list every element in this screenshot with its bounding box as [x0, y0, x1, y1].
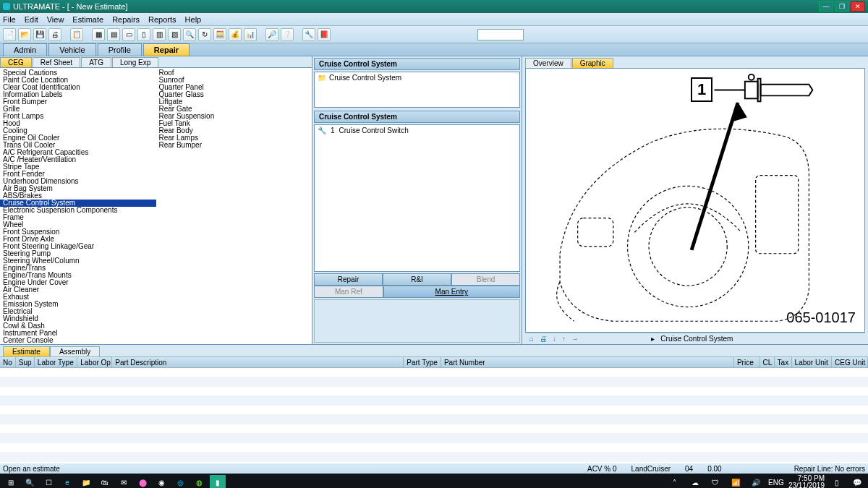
- menu-view[interactable]: View: [47, 15, 64, 24]
- parts-body: 🔧 1 Cruise Control Switch: [314, 124, 520, 272]
- menu-repairs[interactable]: Repairs: [112, 15, 140, 24]
- minimize-button[interactable]: —: [819, 1, 833, 12]
- subtab-atg[interactable]: ATG: [81, 57, 111, 67]
- home-icon[interactable]: ⌂: [529, 335, 534, 343]
- graphic-tab-overview[interactable]: Overview: [525, 58, 571, 68]
- new-icon[interactable]: 📄: [3, 28, 16, 41]
- tab-admin[interactable]: Admin: [3, 43, 47, 56]
- col-header[interactable]: Labor Type: [35, 357, 77, 367]
- col-header[interactable]: Labor Unit: [792, 357, 832, 367]
- col-header[interactable]: Part Description: [112, 357, 404, 367]
- col-header[interactable]: Labor Op: [77, 357, 112, 367]
- subtab-long-exp[interactable]: Long Exp: [112, 57, 158, 67]
- graphic-canvas: 1: [525, 68, 865, 333]
- edge-icon[interactable]: e: [59, 475, 75, 488]
- subtab-ceg[interactable]: CEG: [0, 57, 32, 67]
- tray-lang-icon[interactable]: ENG: [768, 475, 784, 488]
- ri-button[interactable]: R&I: [383, 273, 451, 286]
- parts-item[interactable]: Front Bumper: [0, 98, 156, 106]
- subtab-ref-sheet[interactable]: Ref Sheet: [33, 57, 80, 67]
- folder-row[interactable]: 📁 Cruise Control System: [318, 74, 516, 82]
- menu-file[interactable]: File: [3, 15, 16, 24]
- tray-up-icon[interactable]: ˄: [667, 475, 683, 488]
- menu-help[interactable]: Help: [185, 15, 202, 24]
- col-header[interactable]: Part Type: [404, 357, 441, 367]
- menu-edit[interactable]: Edit: [25, 15, 38, 24]
- mail-icon[interactable]: ✉: [116, 475, 132, 488]
- store-icon[interactable]: 🛍: [97, 475, 113, 488]
- print-icon[interactable]: 🖨: [48, 28, 61, 41]
- find-icon[interactable]: 🔎: [265, 28, 278, 41]
- clock[interactable]: 7:50 PM 23/11/2019: [788, 475, 825, 488]
- menu-reports[interactable]: Reports: [148, 15, 176, 24]
- col-header[interactable]: Price: [734, 357, 760, 367]
- report-icon[interactable]: 📊: [244, 28, 257, 41]
- graphic-tab-graphic[interactable]: Graphic: [572, 58, 613, 68]
- tray-wifi-icon[interactable]: 📶: [728, 475, 744, 488]
- print-icon[interactable]: 🖨: [540, 335, 547, 343]
- pdf-icon[interactable]: 📕: [318, 28, 331, 41]
- maximize-button[interactable]: ❐: [835, 1, 849, 12]
- notifications-icon[interactable]: 💬: [849, 475, 865, 488]
- layout3-icon[interactable]: ▥: [153, 28, 166, 41]
- wrench-icon[interactable]: 🔧: [302, 28, 315, 41]
- tab-repair[interactable]: Repair: [143, 43, 190, 56]
- estimate-tab-estimate[interactable]: Estimate: [3, 346, 50, 356]
- grid-row: [0, 396, 868, 406]
- help-icon[interactable]: ❔: [281, 28, 294, 41]
- layout1-icon[interactable]: ▭: [122, 28, 135, 41]
- col-header[interactable]: No: [0, 357, 16, 367]
- copy-icon[interactable]: 📋: [70, 28, 83, 41]
- app3-icon[interactable]: ◍: [191, 475, 207, 488]
- refresh-icon[interactable]: ↻: [198, 28, 211, 41]
- grid-row: [0, 443, 868, 453]
- col-header[interactable]: CEG Unit: [832, 357, 868, 367]
- part-name: Cruise Control Switch: [339, 127, 409, 134]
- col-header[interactable]: CL: [760, 357, 775, 367]
- save-icon[interactable]: 💾: [33, 28, 46, 41]
- money-icon[interactable]: 💰: [229, 28, 242, 41]
- estimate-grid-rows: [0, 368, 868, 463]
- tab-vehicle[interactable]: Vehicle: [48, 43, 95, 56]
- menu-estimate[interactable]: Estimate: [72, 15, 103, 24]
- open-icon[interactable]: 📂: [18, 28, 31, 41]
- col-header[interactable]: Sup: [16, 357, 35, 367]
- col-header[interactable]: Part Number: [441, 357, 734, 367]
- taskview-icon[interactable]: ☐: [41, 475, 56, 488]
- parts-item[interactable]: Rear Bumper: [156, 142, 312, 149]
- chrome-icon[interactable]: ◉: [153, 475, 169, 488]
- tray-cloud-icon[interactable]: ☁: [687, 475, 703, 488]
- layout4-icon[interactable]: ▧: [168, 28, 181, 41]
- explorer-icon[interactable]: 📁: [78, 475, 94, 488]
- tab-profile[interactable]: Profile: [98, 43, 142, 56]
- tray-volume-icon[interactable]: 🔊: [748, 475, 764, 488]
- nav-right-icon[interactable]: →: [571, 335, 579, 343]
- part-number: 1: [331, 127, 335, 134]
- part-row[interactable]: 🔧 1 Cruise Control Switch: [318, 127, 516, 134]
- nav-up-icon[interactable]: ↑: [562, 335, 566, 343]
- grid-row: [0, 387, 868, 396]
- close-button[interactable]: ✕: [851, 1, 865, 12]
- app2-icon[interactable]: ◎: [172, 475, 188, 488]
- nav-down-icon[interactable]: ↓: [553, 335, 556, 343]
- calc-icon[interactable]: 🧮: [213, 28, 226, 41]
- tray-shield-icon[interactable]: 🛡: [707, 475, 723, 488]
- app1-icon[interactable]: ⬤: [135, 475, 150, 488]
- zoom-icon[interactable]: 🔍: [183, 28, 196, 41]
- tray-chart-icon[interactable]: ▯: [829, 475, 845, 488]
- parts-item[interactable]: Front Lamps: [0, 113, 156, 120]
- app4-icon[interactable]: ▮: [210, 475, 226, 488]
- title-bar: ULTRAMATE - [ - New Estimate] — ❐ ✕: [0, 0, 868, 13]
- toolbar-search-input[interactable]: [477, 29, 524, 40]
- grid1-icon[interactable]: ▦: [92, 28, 105, 41]
- parts-item[interactable]: Frame: [0, 214, 156, 221]
- repair-button[interactable]: Repair: [314, 273, 383, 286]
- estimate-tab-assembly[interactable]: Assembly: [50, 346, 100, 356]
- grid2-icon[interactable]: ▤: [107, 28, 120, 41]
- folder-icon: 📁: [318, 74, 326, 82]
- man-entry-button[interactable]: Man Entry: [383, 286, 520, 298]
- start-icon[interactable]: ⊞: [3, 475, 19, 488]
- col-header[interactable]: Tax: [775, 357, 792, 367]
- layout2-icon[interactable]: ▯: [137, 28, 150, 41]
- search-icon[interactable]: 🔍: [22, 475, 38, 488]
